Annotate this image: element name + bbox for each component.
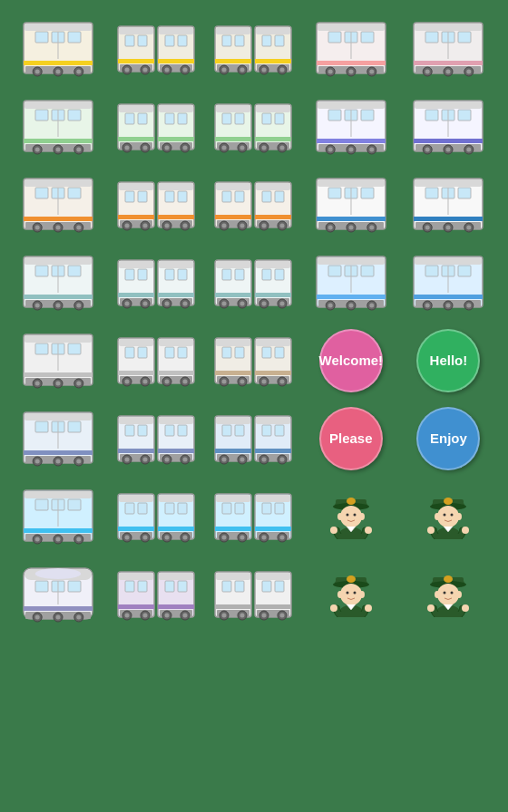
svg-rect-331 xyxy=(35,343,48,354)
svg-rect-428 xyxy=(255,449,291,453)
train-r1c3[interactable] xyxy=(208,13,298,85)
svg-rect-353 xyxy=(159,339,193,346)
svg-point-311 xyxy=(348,304,353,308)
badge-hello[interactable]: Hello! xyxy=(403,324,493,397)
train-r4c1[interactable] xyxy=(13,246,103,319)
svg-rect-37 xyxy=(222,35,231,46)
svg-point-287 xyxy=(222,302,227,306)
svg-point-495 xyxy=(346,514,348,517)
svg-rect-98 xyxy=(118,137,154,141)
svg-point-509 xyxy=(462,527,469,534)
svg-rect-251 xyxy=(68,266,81,276)
train-r8c1[interactable] xyxy=(13,558,103,631)
svg-point-554 xyxy=(222,614,227,618)
svg-rect-373 xyxy=(256,339,290,346)
svg-point-507 xyxy=(451,514,454,517)
svg-point-415 xyxy=(182,458,187,462)
train-r8c2[interactable] xyxy=(111,558,201,631)
train-r1c5[interactable] xyxy=(403,13,493,85)
svg-rect-87 xyxy=(68,110,81,121)
svg-rect-223 xyxy=(361,188,374,198)
train-r5c1[interactable] xyxy=(13,324,103,397)
svg-rect-181 xyxy=(125,191,134,202)
train-r6c2[interactable] xyxy=(111,402,201,475)
badge-welcome[interactable]: Welcome! xyxy=(306,324,396,397)
svg-rect-108 xyxy=(158,137,194,141)
train-r2c4[interactable] xyxy=(306,91,396,163)
badge-enjoy[interactable]: Enjoy xyxy=(403,402,493,475)
svg-rect-355 xyxy=(165,347,174,358)
svg-rect-398 xyxy=(118,449,154,453)
svg-rect-165 xyxy=(24,179,92,187)
train-r4c4[interactable] xyxy=(306,246,396,319)
svg-point-393 xyxy=(56,459,61,464)
svg-point-325 xyxy=(446,304,451,308)
svg-point-279 xyxy=(182,302,187,306)
svg-rect-45 xyxy=(256,27,290,34)
svg-point-53 xyxy=(280,68,285,72)
svg-rect-210 xyxy=(255,215,291,219)
train-r2c1[interactable] xyxy=(13,91,103,163)
train-r4c2[interactable] xyxy=(111,246,201,319)
train-r8c3[interactable] xyxy=(208,558,298,631)
train-r1c1[interactable] xyxy=(13,13,103,85)
train-r3c1[interactable] xyxy=(13,169,103,241)
svg-point-115 xyxy=(182,146,187,150)
svg-point-566 xyxy=(280,614,285,618)
svg-rect-5 xyxy=(68,32,81,43)
svg-point-43 xyxy=(240,68,245,72)
train-r6c1[interactable] xyxy=(13,402,103,475)
svg-rect-73 xyxy=(458,32,471,43)
officer-r7c4[interactable] xyxy=(306,480,396,553)
svg-point-521 xyxy=(35,615,40,620)
train-r1c4[interactable] xyxy=(306,13,396,85)
svg-point-577 xyxy=(359,591,365,598)
svg-rect-2 xyxy=(24,61,93,65)
train-r4c5[interactable] xyxy=(403,246,493,319)
train-r7c2[interactable] xyxy=(111,480,201,553)
officer-r8c4[interactable] xyxy=(306,558,396,631)
svg-point-413 xyxy=(164,458,169,462)
train-r2c5[interactable] xyxy=(403,91,493,163)
train-r2c2[interactable] xyxy=(111,91,201,163)
svg-point-63 xyxy=(327,70,332,74)
svg-point-81 xyxy=(467,70,472,74)
svg-point-576 xyxy=(337,591,343,598)
svg-point-588 xyxy=(456,591,462,598)
svg-rect-199 xyxy=(216,183,250,190)
train-r2c3[interactable] xyxy=(208,91,298,163)
train-r7c3[interactable] xyxy=(208,480,298,553)
train-r5c3[interactable] xyxy=(208,324,298,397)
badge-please[interactable]: Please xyxy=(306,402,396,475)
svg-point-391 xyxy=(35,459,40,464)
svg-point-323 xyxy=(425,304,430,308)
svg-rect-333 xyxy=(68,343,81,354)
train-r3c5[interactable] xyxy=(403,169,493,241)
train-r3c3[interactable] xyxy=(208,169,298,241)
train-r3c2[interactable] xyxy=(111,169,201,241)
svg-point-103 xyxy=(124,146,129,150)
train-r3c4[interactable] xyxy=(306,169,396,241)
svg-rect-452 xyxy=(118,527,154,531)
train-r4c3[interactable] xyxy=(208,246,298,319)
svg-rect-263 xyxy=(125,269,134,280)
svg-rect-152 xyxy=(414,139,483,143)
svg-rect-166 xyxy=(24,217,93,221)
train-r7c1[interactable] xyxy=(13,480,103,553)
svg-rect-47 xyxy=(262,35,271,46)
svg-point-573 xyxy=(353,592,356,594)
svg-rect-69 xyxy=(415,24,482,31)
officer-r8c5[interactable] xyxy=(403,558,493,631)
svg-rect-515 xyxy=(35,581,48,592)
svg-point-403 xyxy=(124,458,129,462)
svg-rect-303 xyxy=(328,266,341,276)
officer-r7c5[interactable] xyxy=(403,480,493,553)
train-r1c2[interactable] xyxy=(111,13,201,85)
svg-rect-387 xyxy=(68,421,81,432)
svg-point-215 xyxy=(262,224,267,228)
svg-point-479 xyxy=(240,536,245,540)
svg-point-231 xyxy=(369,226,374,230)
svg-point-337 xyxy=(35,382,40,386)
train-r5c2[interactable] xyxy=(111,324,201,397)
train-r6c3[interactable] xyxy=(208,402,298,475)
